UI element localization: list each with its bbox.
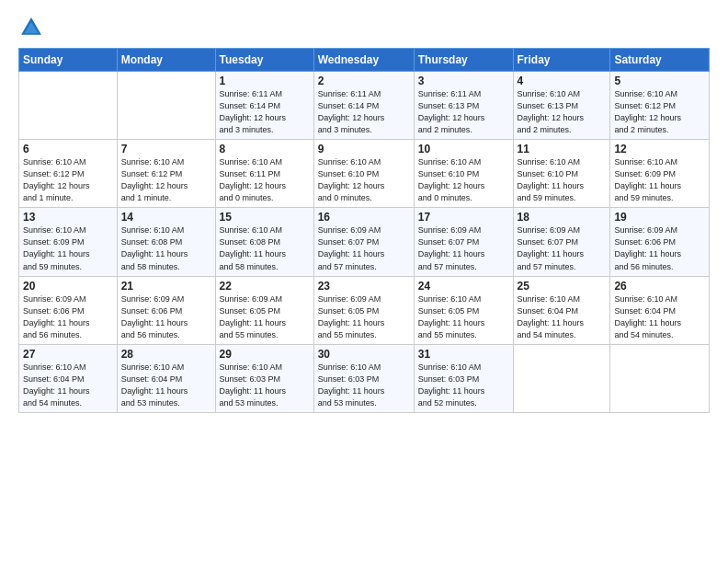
page: SundayMondayTuesdayWednesdayThursdayFrid… (0, 0, 728, 563)
calendar-cell: 17Sunrise: 6:09 AM Sunset: 6:07 PM Dayli… (414, 208, 513, 276)
header (18, 15, 710, 40)
weekday-header-monday: Monday (117, 49, 215, 72)
calendar-cell: 2Sunrise: 6:11 AM Sunset: 6:14 PM Daylig… (313, 72, 414, 140)
calendar-cell: 19Sunrise: 6:09 AM Sunset: 6:06 PM Dayli… (610, 208, 710, 276)
calendar-cell: 5Sunrise: 6:10 AM Sunset: 6:12 PM Daylig… (610, 72, 710, 140)
day-number: 26 (614, 280, 705, 293)
calendar-cell: 31Sunrise: 6:10 AM Sunset: 6:03 PM Dayli… (414, 344, 513, 412)
day-info: Sunrise: 6:10 AM Sunset: 6:13 PM Dayligh… (518, 88, 607, 136)
day-number: 7 (121, 143, 211, 155)
day-number: 31 (418, 348, 509, 361)
day-info: Sunrise: 6:10 AM Sunset: 6:09 PM Dayligh… (23, 224, 113, 272)
day-number: 28 (121, 348, 211, 361)
day-number: 25 (518, 280, 607, 293)
weekday-header-thursday: Thursday (414, 49, 513, 72)
calendar-cell: 12Sunrise: 6:10 AM Sunset: 6:09 PM Dayli… (610, 140, 710, 208)
calendar-cell: 22Sunrise: 6:09 AM Sunset: 6:05 PM Dayli… (215, 276, 313, 344)
calendar-cell: 18Sunrise: 6:09 AM Sunset: 6:07 PM Dayli… (513, 208, 610, 276)
day-info: Sunrise: 6:10 AM Sunset: 6:04 PM Dayligh… (614, 293, 705, 341)
logo-icon (18, 15, 44, 40)
calendar-cell: 15Sunrise: 6:10 AM Sunset: 6:08 PM Dayli… (215, 208, 313, 276)
logo (18, 15, 48, 40)
day-info: Sunrise: 6:09 AM Sunset: 6:06 PM Dayligh… (23, 293, 113, 341)
day-info: Sunrise: 6:10 AM Sunset: 6:09 PM Dayligh… (614, 156, 705, 204)
calendar-cell: 4Sunrise: 6:10 AM Sunset: 6:13 PM Daylig… (513, 72, 610, 140)
day-info: Sunrise: 6:10 AM Sunset: 6:11 PM Dayligh… (220, 156, 310, 204)
day-info: Sunrise: 6:11 AM Sunset: 6:13 PM Dayligh… (418, 88, 509, 136)
calendar-cell: 9Sunrise: 6:10 AM Sunset: 6:10 PM Daylig… (313, 140, 414, 208)
day-number: 4 (518, 75, 607, 87)
day-info: Sunrise: 6:10 AM Sunset: 6:04 PM Dayligh… (518, 293, 607, 341)
day-number: 11 (518, 143, 607, 155)
calendar-cell: 24Sunrise: 6:10 AM Sunset: 6:05 PM Dayli… (414, 276, 513, 344)
calendar-week-row: 27Sunrise: 6:10 AM Sunset: 6:04 PM Dayli… (19, 344, 710, 412)
calendar-week-row: 6Sunrise: 6:10 AM Sunset: 6:12 PM Daylig… (19, 140, 710, 208)
weekday-header-wednesday: Wednesday (313, 49, 414, 72)
calendar-cell (513, 344, 610, 412)
calendar-cell: 26Sunrise: 6:10 AM Sunset: 6:04 PM Dayli… (610, 276, 710, 344)
calendar-cell: 3Sunrise: 6:11 AM Sunset: 6:13 PM Daylig… (414, 72, 513, 140)
calendar-cell: 27Sunrise: 6:10 AM Sunset: 6:04 PM Dayli… (19, 344, 118, 412)
calendar-cell: 13Sunrise: 6:10 AM Sunset: 6:09 PM Dayli… (19, 208, 118, 276)
day-number: 14 (121, 211, 211, 224)
day-number: 8 (220, 143, 310, 155)
day-info: Sunrise: 6:10 AM Sunset: 6:12 PM Dayligh… (614, 88, 705, 136)
day-info: Sunrise: 6:09 AM Sunset: 6:05 PM Dayligh… (318, 293, 410, 341)
day-info: Sunrise: 6:11 AM Sunset: 6:14 PM Dayligh… (220, 88, 310, 136)
day-number: 13 (23, 211, 113, 224)
day-info: Sunrise: 6:09 AM Sunset: 6:07 PM Dayligh… (518, 224, 607, 272)
day-info: Sunrise: 6:09 AM Sunset: 6:07 PM Dayligh… (418, 224, 509, 272)
calendar-week-row: 13Sunrise: 6:10 AM Sunset: 6:09 PM Dayli… (19, 208, 710, 276)
weekday-header-saturday: Saturday (610, 49, 710, 72)
calendar-cell: 29Sunrise: 6:10 AM Sunset: 6:03 PM Dayli… (215, 344, 313, 412)
day-number: 15 (220, 211, 310, 224)
day-info: Sunrise: 6:10 AM Sunset: 6:08 PM Dayligh… (121, 224, 211, 272)
day-number: 27 (23, 348, 113, 361)
day-number: 19 (614, 211, 705, 224)
day-info: Sunrise: 6:10 AM Sunset: 6:03 PM Dayligh… (220, 362, 310, 409)
weekday-header-friday: Friday (513, 49, 610, 72)
day-number: 6 (23, 143, 113, 155)
calendar-cell (610, 344, 710, 412)
day-number: 22 (220, 280, 310, 293)
calendar-cell: 11Sunrise: 6:10 AM Sunset: 6:10 PM Dayli… (513, 140, 610, 208)
weekday-header-tuesday: Tuesday (215, 49, 313, 72)
day-info: Sunrise: 6:10 AM Sunset: 6:08 PM Dayligh… (220, 224, 310, 272)
day-info: Sunrise: 6:09 AM Sunset: 6:06 PM Dayligh… (121, 293, 211, 341)
calendar-cell: 23Sunrise: 6:09 AM Sunset: 6:05 PM Dayli… (313, 276, 414, 344)
calendar-cell: 10Sunrise: 6:10 AM Sunset: 6:10 PM Dayli… (414, 140, 513, 208)
day-number: 16 (318, 211, 410, 224)
calendar-cell: 25Sunrise: 6:10 AM Sunset: 6:04 PM Dayli… (513, 276, 610, 344)
calendar-cell: 8Sunrise: 6:10 AM Sunset: 6:11 PM Daylig… (215, 140, 313, 208)
calendar-cell (117, 72, 215, 140)
calendar-cell: 7Sunrise: 6:10 AM Sunset: 6:12 PM Daylig… (117, 140, 215, 208)
day-info: Sunrise: 6:10 AM Sunset: 6:04 PM Dayligh… (23, 362, 113, 409)
day-number: 12 (614, 143, 705, 155)
day-info: Sunrise: 6:10 AM Sunset: 6:12 PM Dayligh… (23, 156, 113, 204)
day-number: 23 (318, 280, 410, 293)
day-number: 10 (418, 143, 509, 155)
weekday-header-sunday: Sunday (19, 49, 118, 72)
calendar-cell: 1Sunrise: 6:11 AM Sunset: 6:14 PM Daylig… (215, 72, 313, 140)
day-number: 17 (418, 211, 509, 224)
calendar-cell: 28Sunrise: 6:10 AM Sunset: 6:04 PM Dayli… (117, 344, 215, 412)
day-info: Sunrise: 6:10 AM Sunset: 6:03 PM Dayligh… (318, 362, 410, 409)
calendar-table: SundayMondayTuesdayWednesdayThursdayFrid… (18, 48, 710, 413)
day-number: 5 (614, 75, 705, 87)
calendar-cell: 20Sunrise: 6:09 AM Sunset: 6:06 PM Dayli… (19, 276, 118, 344)
weekday-header-row: SundayMondayTuesdayWednesdayThursdayFrid… (19, 49, 710, 72)
day-info: Sunrise: 6:10 AM Sunset: 6:12 PM Dayligh… (121, 156, 211, 204)
day-info: Sunrise: 6:10 AM Sunset: 6:05 PM Dayligh… (418, 293, 509, 341)
calendar-cell: 16Sunrise: 6:09 AM Sunset: 6:07 PM Dayli… (313, 208, 414, 276)
day-number: 9 (318, 143, 410, 155)
day-number: 29 (220, 348, 310, 361)
day-info: Sunrise: 6:11 AM Sunset: 6:14 PM Dayligh… (318, 88, 410, 136)
calendar-cell: 6Sunrise: 6:10 AM Sunset: 6:12 PM Daylig… (19, 140, 118, 208)
day-number: 18 (518, 211, 607, 224)
day-info: Sunrise: 6:10 AM Sunset: 6:03 PM Dayligh… (418, 362, 509, 409)
day-info: Sunrise: 6:09 AM Sunset: 6:05 PM Dayligh… (220, 293, 310, 341)
calendar-week-row: 1Sunrise: 6:11 AM Sunset: 6:14 PM Daylig… (19, 72, 710, 140)
calendar-cell (19, 72, 118, 140)
day-info: Sunrise: 6:10 AM Sunset: 6:10 PM Dayligh… (518, 156, 607, 204)
day-number: 24 (418, 280, 509, 293)
